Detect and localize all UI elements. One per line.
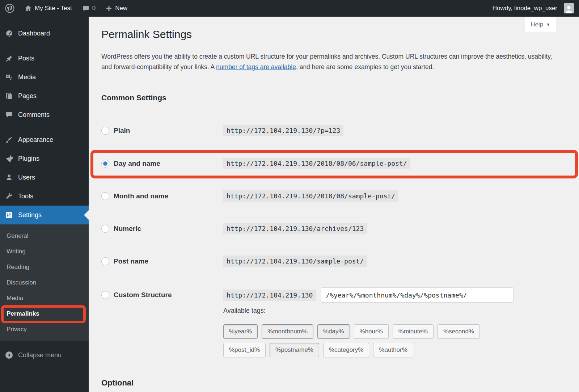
new-menu[interactable]: New — [101, 0, 132, 17]
submenu-label: Discussion — [7, 279, 36, 286]
sidebar-item-label: Plugins — [18, 155, 39, 163]
dashboard-icon — [5, 30, 13, 37]
tag-button-second[interactable]: %second% — [438, 324, 480, 339]
available-tags-row-2: %post_id% %postname% %category% %author% — [223, 343, 413, 357]
tag-button-postname[interactable]: %postname% — [270, 343, 319, 357]
option-row-post-name: Post name http://172.104.219.130/sample-… — [101, 256, 367, 267]
plug-icon — [5, 155, 13, 162]
new-label: New — [115, 5, 127, 12]
comment-count: 0 — [92, 5, 96, 12]
available-tags-row-1: %year% %monthnum% %day% %hour% %minute% … — [223, 324, 480, 339]
sidebar-item-label: Media — [18, 73, 36, 81]
sidebar-item-label: Settings — [18, 211, 42, 219]
option-label[interactable]: Post name — [114, 257, 148, 265]
wordpress-logo-icon — [5, 4, 14, 13]
option-row-plain: Plain http://172.104.219.130/?p=123 — [101, 125, 343, 136]
tag-button-category[interactable]: %category% — [323, 343, 369, 357]
tag-button-author[interactable]: %author% — [373, 343, 413, 357]
my-account-menu[interactable]: Howdy, linode_wp_user — [487, 0, 574, 17]
sidebar-item-dashboard[interactable]: Dashboard — [0, 24, 89, 43]
sidebar-item-label: Dashboard — [18, 30, 50, 37]
custom-structure-input[interactable] — [321, 287, 514, 303]
submenu-item-writing[interactable]: Writing — [0, 244, 89, 259]
sidebar-item-plugins[interactable]: Plugins — [0, 149, 89, 168]
option-label[interactable]: Plain — [114, 127, 130, 135]
chevron-down-icon: ▼ — [546, 22, 550, 27]
tag-button-post-id[interactable]: %post_id% — [223, 343, 266, 357]
option-row-month-and-name: Month and name http://172.104.219.130/20… — [101, 190, 398, 202]
radio-day-and-name[interactable] — [101, 160, 109, 168]
submenu-item-reading[interactable]: Reading — [0, 259, 89, 275]
plus-icon — [106, 5, 112, 12]
page-title: Permalink Settings — [101, 28, 192, 41]
submenu-item-discussion[interactable]: Discussion — [0, 275, 89, 290]
active-menu-arrow — [84, 210, 89, 220]
radio-month-and-name[interactable] — [101, 192, 109, 200]
radio-numeric[interactable] — [101, 225, 109, 233]
submenu-label: Privacy — [7, 326, 27, 333]
tag-button-monthnum[interactable]: %monthnum% — [262, 324, 313, 339]
help-button[interactable]: Help ▼ — [525, 17, 556, 32]
option-label[interactable]: Numeric — [114, 225, 141, 233]
sidebar-item-users[interactable]: Users — [0, 168, 89, 187]
collapse-menu-label: Collapse menu — [18, 351, 62, 359]
tag-button-day[interactable]: %day% — [317, 324, 350, 339]
intro-text-after: , and here are some examples to get you … — [296, 63, 434, 71]
option-label[interactable]: Day and name — [114, 160, 160, 168]
sidebar-item-label: Posts — [18, 55, 34, 62]
option-row-custom-structure: Custom Structure http://172.104.219.130 — [101, 287, 514, 303]
collapse-menu-button[interactable]: Collapse menu — [0, 346, 89, 364]
tag-button-hour[interactable]: %hour% — [354, 324, 389, 339]
site-name-menu[interactable]: My Site - Test — [20, 0, 77, 17]
sidebar-item-comments[interactable]: Comments — [0, 105, 89, 124]
option-url-example: http://172.104.219.130/sample-post/ — [223, 256, 367, 267]
tags-available-link[interactable]: number of tags are available — [216, 63, 296, 71]
help-label: Help — [531, 21, 543, 28]
main-content: Help ▼ Permalink Settings WordPress offe… — [89, 17, 579, 392]
sidebar-item-pages[interactable]: Pages — [0, 87, 89, 105]
sidebar-item-label: Users — [18, 174, 35, 181]
submenu-label: Media — [7, 295, 23, 302]
comments-menu[interactable]: 0 — [77, 0, 101, 17]
admin-bar: My Site - Test 0 New Howdy, linode_wp_us… — [0, 0, 579, 17]
sidebar-item-media[interactable]: Media — [0, 68, 89, 87]
submenu-item-general[interactable]: General — [0, 228, 89, 244]
radio-plain[interactable] — [101, 127, 109, 135]
submenu-item-privacy[interactable]: Privacy — [0, 321, 89, 337]
option-url-example: http://172.104.219.130/2018/08/06/sample… — [223, 158, 410, 169]
sidebar-item-tools[interactable]: Tools — [0, 187, 89, 206]
radio-custom-structure[interactable] — [101, 291, 109, 299]
option-row-day-and-name: Day and name http://172.104.219.130/2018… — [101, 158, 410, 169]
submenu-item-media[interactable]: Media — [0, 290, 89, 306]
common-settings-title: Common Settings — [101, 93, 166, 102]
option-row-numeric: Numeric http://172.104.219.130/archives/… — [101, 223, 367, 234]
site-name-label: My Site - Test — [35, 5, 72, 12]
pages-icon — [5, 92, 13, 100]
wrench-icon — [5, 193, 13, 200]
paintbrush-icon — [5, 136, 13, 143]
option-label[interactable]: Month and name — [114, 192, 168, 200]
submenu-item-permalinks[interactable]: Permalinks — [0, 306, 89, 321]
sidebar-item-appearance[interactable]: Appearance — [0, 130, 89, 149]
tag-button-year[interactable]: %year% — [223, 324, 258, 339]
tag-button-minute[interactable]: %minute% — [393, 324, 434, 339]
option-url-example: http://172.104.219.130/2018/08/sample-po… — [223, 190, 398, 202]
comment-bubble-icon — [82, 5, 89, 12]
option-label[interactable]: Custom Structure — [114, 291, 172, 299]
home-icon — [25, 5, 32, 12]
sidebar-item-settings[interactable]: Settings — [0, 206, 89, 224]
wordpress-logo-menu[interactable] — [0, 0, 20, 17]
option-url-example: http://172.104.219.130/archives/123 — [223, 223, 367, 234]
avatar — [564, 3, 574, 13]
comments-icon — [5, 111, 13, 118]
submenu-label: General — [7, 232, 28, 240]
sidebar-item-label: Comments — [18, 111, 50, 119]
option-url-example: http://172.104.219.130/?p=123 — [223, 125, 343, 136]
settings-submenu: General Writing Reading Discussion Media… — [0, 224, 89, 341]
submenu-label: Reading — [7, 264, 29, 271]
settings-icon — [5, 211, 13, 219]
radio-post-name[interactable] — [101, 257, 109, 265]
custom-structure-base-url: http://172.104.219.130 — [223, 290, 316, 301]
sidebar-item-posts[interactable]: Posts — [0, 49, 89, 68]
sidebar-item-label: Appearance — [18, 136, 53, 144]
